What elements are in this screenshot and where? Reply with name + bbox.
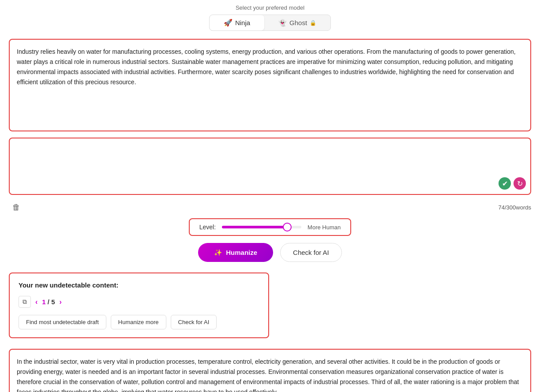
output-text-area: In the industrial sector, water is very … (9, 349, 531, 392)
next-draft-button[interactable]: › (60, 298, 62, 306)
drawing-area: ✔ ↻ (9, 138, 531, 195)
trash-button[interactable]: 🗑 (9, 201, 24, 214)
icon-cluster: ✔ ↻ (499, 177, 526, 190)
humanize-button[interactable]: ✨ Humanize (198, 243, 273, 262)
find-most-undetectable-button[interactable]: Find most undetectable draft (19, 315, 106, 329)
editor-toolbar: 🗑 74/300words (9, 201, 531, 214)
lock-icon: 🔒 (310, 20, 316, 26)
check-ai-button[interactable]: Check for AI (280, 243, 342, 262)
level-label: Level: (199, 224, 216, 231)
draft-nav: ⧉ ‹ 1 / 5 › (19, 296, 259, 308)
pink-action-icon[interactable]: ↻ (514, 177, 526, 190)
copy-button[interactable]: ⧉ (19, 296, 31, 308)
draft-action-buttons: Find most undetectable draft Humanize mo… (19, 315, 259, 329)
slider-track[interactable] (222, 226, 301, 228)
draft-total: 5 (51, 298, 55, 306)
model-tabs: 🚀 Ninja 👻 Ghost 🔒 (209, 15, 331, 31)
green-action-icon[interactable]: ✔ (499, 177, 511, 190)
humanize-icon: ✨ (214, 249, 222, 257)
check-ai-label: Check for AI (293, 249, 329, 256)
input-text-area[interactable]: Industry relies heavily on water for man… (9, 39, 531, 131)
level-section: Level: More Human (9, 218, 531, 236)
prev-draft-button[interactable]: ‹ (35, 298, 38, 306)
humanize-label: Humanize (226, 249, 257, 256)
check-for-ai-draft-label: Check for AI (178, 319, 210, 325)
check-for-ai-draft-button[interactable]: Check for AI (171, 315, 217, 329)
undetectable-section: Your new undetectable content: ⧉ ‹ 1 / 5… (9, 273, 269, 338)
humanize-more-button[interactable]: Humanize more (111, 315, 166, 329)
more-human-label: More Human (308, 224, 341, 231)
ghost-icon: 👻 (278, 19, 287, 27)
model-selector: Select your prefered model 🚀 Ninja 👻 Gho… (9, 4, 531, 31)
output-text-content: In the industrial sector, water is very … (17, 357, 523, 392)
tab-ghost[interactable]: 👻 Ghost 🔒 (264, 15, 330, 30)
input-text-content: Industry relies heavily on water for man… (17, 47, 523, 87)
slider-container (222, 226, 301, 228)
tab-ghost-label: Ghost (289, 19, 307, 26)
tab-ninja[interactable]: 🚀 Ninja (210, 15, 264, 30)
find-most-label: Find most undetectable draft (26, 319, 99, 325)
draft-indicator: 1 / 5 (42, 298, 55, 306)
draft-current: 1 (42, 298, 45, 306)
draft-separator: / (48, 298, 51, 306)
humanize-more-label: Humanize more (118, 319, 159, 325)
model-selector-label: Select your prefered model (236, 4, 304, 11)
slider-thumb[interactable] (283, 223, 292, 231)
action-buttons: ✨ Humanize Check for AI (9, 243, 531, 262)
word-count-label: 74/300words (499, 204, 531, 211)
tab-ninja-label: Ninja (235, 19, 250, 26)
ninja-icon: 🚀 (224, 19, 232, 27)
trash-icon: 🗑 (12, 203, 20, 212)
level-box: Level: More Human (189, 218, 352, 236)
undetectable-title: Your new undetectable content: (19, 281, 259, 289)
